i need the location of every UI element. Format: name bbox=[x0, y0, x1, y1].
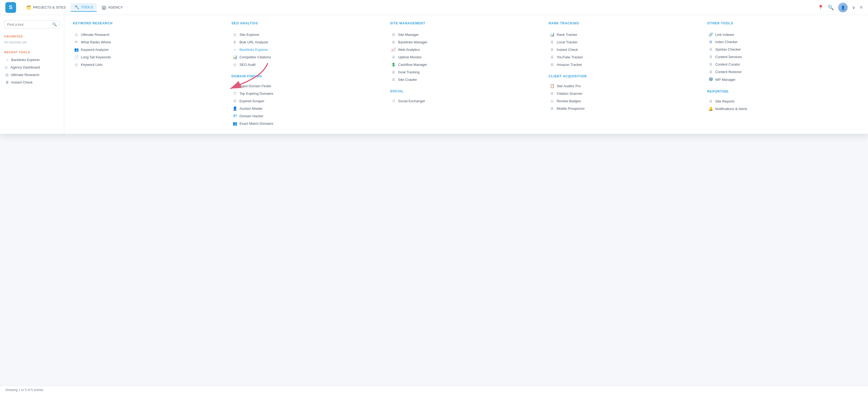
nav-tools[interactable]: 🔧 TOOLS bbox=[71, 3, 97, 12]
user-avatar[interactable]: 👤 bbox=[838, 3, 848, 12]
search-icon[interactable]: 🔍 bbox=[828, 5, 834, 10]
nav-projects[interactable]: 🗂️ PROJECTS & SITES bbox=[23, 3, 70, 12]
agency-icon: 🏢 bbox=[101, 5, 106, 10]
menu-icon[interactable]: ≡ bbox=[860, 5, 863, 10]
navbar: S 🗂️ PROJECTS & SITES 🔧 TOOLS 🏢 AGENCY 📍… bbox=[0, 0, 868, 15]
projects-icon: 🗂️ bbox=[26, 5, 31, 10]
chevron-down-icon[interactable]: ∨ bbox=[852, 5, 856, 10]
nav-agency[interactable]: 🏢 AGENCY bbox=[98, 3, 127, 12]
app-logo[interactable]: S bbox=[5, 2, 16, 13]
nav-items: 🗂️ PROJECTS & SITES 🔧 TOOLS 🏢 AGENCY bbox=[23, 3, 818, 12]
tools-icon: 🔧 bbox=[74, 5, 80, 10]
nav-right: 📍 🔍 👤 ∨ ≡ bbox=[818, 3, 863, 12]
location-icon[interactable]: 📍 bbox=[818, 5, 824, 10]
